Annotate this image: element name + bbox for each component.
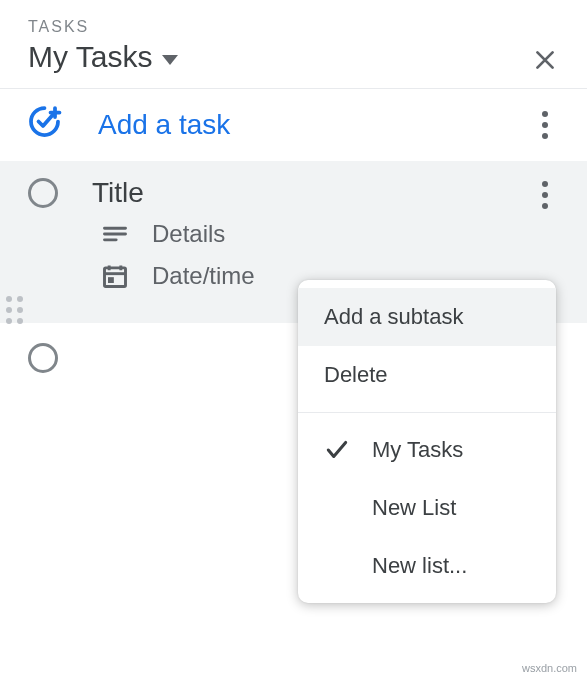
task-more-button[interactable]	[529, 179, 561, 211]
menu-list-item[interactable]: New list...	[298, 537, 556, 595]
more-options-button[interactable]	[529, 109, 561, 141]
dot-icon	[542, 181, 548, 187]
drag-handle[interactable]	[6, 296, 23, 324]
menu-label: Delete	[324, 362, 388, 388]
chevron-down-icon	[162, 55, 178, 65]
close-icon	[532, 47, 558, 73]
menu-label: My Tasks	[372, 437, 463, 463]
list-name: My Tasks	[28, 40, 152, 74]
task-title-row: Title	[28, 177, 559, 209]
watermark: wsxdn.com	[522, 662, 577, 674]
details-label: Details	[152, 220, 225, 248]
svg-rect-0	[105, 268, 126, 287]
add-task-icon	[28, 105, 64, 145]
add-task-label: Add a task	[98, 109, 230, 141]
menu-list-item[interactable]: New List	[298, 479, 556, 537]
check-icon	[324, 437, 358, 463]
close-button[interactable]	[529, 44, 561, 76]
dot-icon	[542, 122, 548, 128]
menu-add-subtask[interactable]: Add a subtask	[298, 288, 556, 346]
panel-header: TASKS My Tasks	[0, 0, 587, 88]
menu-list-item[interactable]: My Tasks	[298, 421, 556, 479]
menu-divider	[298, 412, 556, 413]
datetime-label: Date/time	[152, 262, 255, 290]
header-label: TASKS	[28, 18, 559, 36]
add-task-row[interactable]: Add a task	[0, 89, 587, 161]
menu-delete[interactable]: Delete	[298, 346, 556, 404]
complete-checkbox[interactable]	[28, 178, 58, 208]
context-menu: Add a subtask Delete My Tasks New List N…	[298, 280, 556, 603]
calendar-icon	[100, 261, 130, 291]
list-selector[interactable]: My Tasks	[28, 40, 559, 74]
task-title-input[interactable]: Title	[92, 177, 144, 209]
menu-label: New List	[372, 495, 456, 521]
menu-label: New list...	[372, 553, 467, 579]
details-row[interactable]: Details	[28, 219, 559, 249]
svg-rect-1	[108, 277, 114, 283]
dot-icon	[542, 111, 548, 117]
dot-icon	[542, 133, 548, 139]
complete-checkbox[interactable]	[28, 343, 58, 373]
menu-label: Add a subtask	[324, 304, 463, 330]
dot-icon	[542, 192, 548, 198]
details-icon	[100, 219, 130, 249]
dot-icon	[542, 203, 548, 209]
